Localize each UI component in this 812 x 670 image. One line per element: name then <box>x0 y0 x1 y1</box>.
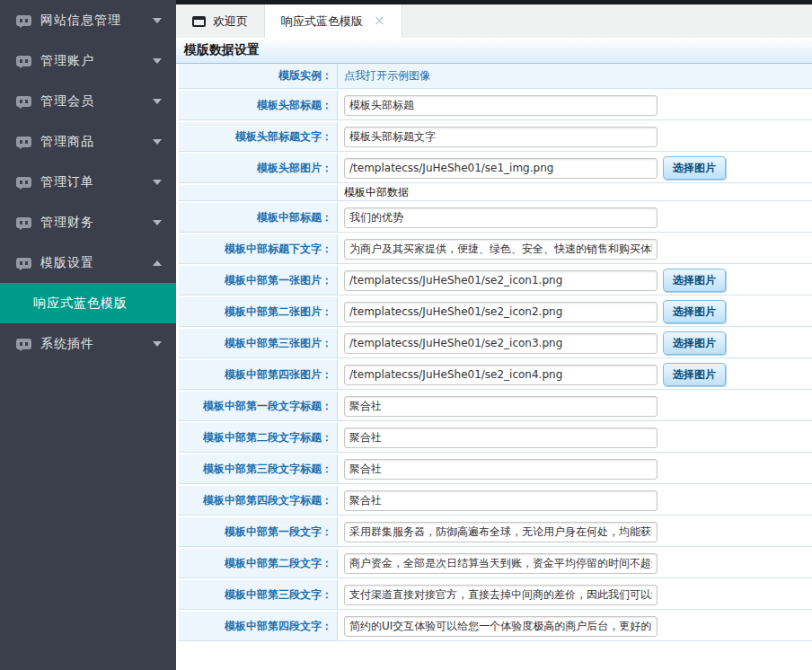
monitor-icon <box>16 15 31 26</box>
template-settings-form: 模版实例： 点我打开示例图像 模板头部标题： 模板头部标题文字： 模板头部图片：… <box>179 64 812 641</box>
form-row-middle-image-2: 模板中部第二张图片： 选择图片 <box>179 297 812 327</box>
chevron-down-icon <box>153 341 162 347</box>
chevron-up-icon <box>153 260 162 266</box>
window-icon <box>192 16 206 27</box>
monitor-icon <box>16 177 31 188</box>
form-row-middle-image-3: 模板中部第三张图片： 选择图片 <box>179 329 812 358</box>
field-label: 模板中部第三张图片： <box>179 329 338 357</box>
field-label: 模板中部第四段文字标题： <box>179 486 338 515</box>
sidebar-item-label: 管理财务 <box>40 215 94 231</box>
form-row-header-title-text: 模板头部标题文字： <box>179 122 812 152</box>
monitor-icon <box>16 217 31 228</box>
form-row-middle-text-1: 模板中部第一段文字： <box>179 517 812 547</box>
sidebar-item-template-settings[interactable]: 模版设置 <box>0 242 176 283</box>
field-label: 模板中部标题： <box>179 203 338 232</box>
open-example-image-link[interactable]: 点我打开示例图像 <box>344 68 430 84</box>
middle-text-title-2-input[interactable] <box>344 428 658 448</box>
form-row-header-image: 模板头部图片： 选择图片 <box>179 154 812 183</box>
form-row-middle-title: 模板中部标题： <box>179 203 812 233</box>
middle-text-4-input[interactable] <box>344 616 658 637</box>
field-label: 模板中部第三段文字： <box>179 580 338 609</box>
field-label: 模板中部标题下文字： <box>179 234 338 263</box>
close-icon[interactable]: × <box>374 14 385 28</box>
choose-image-button[interactable]: 选择图片 <box>663 300 726 323</box>
sidebar-item-finance[interactable]: 管理财务 <box>0 202 176 242</box>
field-label: 模板中部第四张图片： <box>179 360 338 389</box>
field-label: 模板中部第二段文字： <box>179 549 338 577</box>
panel-title: 模版数据设置 <box>184 42 260 58</box>
tab-blue-template[interactable]: 响应式蓝色模版 × <box>264 4 402 38</box>
middle-text-2-input[interactable] <box>344 553 658 574</box>
monitor-icon <box>16 56 31 66</box>
field-label: 模板头部标题： <box>179 91 338 119</box>
tab-bar: 欢迎页 响应式蓝色模版 × <box>176 4 812 38</box>
form-row-middle-text-title-4: 模板中部第四段文字标题： <box>179 486 812 516</box>
field-label: 模板头部图片： <box>179 154 338 182</box>
sidebar-item-label: 模版设置 <box>40 255 94 271</box>
sidebar-subitem-label: 响应式蓝色模版 <box>33 295 128 312</box>
middle-image-2-input[interactable] <box>344 302 658 322</box>
field-label: 模板中部第一张图片： <box>179 266 338 295</box>
choose-image-button[interactable]: 选择图片 <box>663 331 726 355</box>
form-row-middle-text-title-3: 模板中部第三段文字标题： <box>179 454 812 484</box>
panel-title-bar: 模版数据设置 <box>176 38 812 64</box>
middle-subtitle-text-input[interactable] <box>344 239 658 260</box>
middle-text-1-input[interactable] <box>344 522 658 542</box>
field-label: 模板中部第一段文字： <box>179 517 338 546</box>
sidebar-subitem-blue-template-active[interactable]: 响应式蓝色模版 <box>0 283 176 323</box>
sidebar-item-label: 管理商品 <box>40 134 94 150</box>
middle-title-input[interactable] <box>344 207 658 228</box>
field-label: 模板中部第二张图片： <box>179 297 338 326</box>
form-row-middle-text-title-2: 模板中部第二段文字标题： <box>179 423 812 453</box>
choose-image-button[interactable]: 选择图片 <box>663 363 726 386</box>
choose-image-button[interactable]: 选择图片 <box>663 156 726 180</box>
middle-text-3-input[interactable] <box>344 585 658 605</box>
form-row-middle-text-4: 模板中部第四段文字： <box>179 612 812 641</box>
choose-image-button[interactable]: 选择图片 <box>663 269 726 292</box>
form-row-middle-text-title-1: 模板中部第一段文字标题： <box>179 392 812 421</box>
sidebar-item-plugins[interactable]: 系统插件 <box>0 323 176 364</box>
field-label: 模板中部第一段文字标题： <box>179 392 338 420</box>
sidebar-item-label: 系统插件 <box>40 336 94 352</box>
form-row-middle-image-4: 模板中部第四张图片： 选择图片 <box>179 360 812 390</box>
chevron-down-icon <box>153 58 162 64</box>
chevron-down-icon <box>153 18 162 23</box>
section-title: 模板中部数据 <box>344 185 409 200</box>
tab-label: 响应式蓝色模版 <box>281 13 363 30</box>
monitor-icon <box>16 96 31 107</box>
field-label: 模板中部第四段文字： <box>179 612 338 640</box>
chevron-down-icon <box>153 220 162 225</box>
middle-image-1-input[interactable] <box>344 270 658 291</box>
monitor-icon <box>16 339 31 349</box>
sidebar-item-accounts[interactable]: 管理账户 <box>0 40 176 81</box>
tab-label: 欢迎页 <box>213 13 248 30</box>
middle-image-3-input[interactable] <box>344 333 658 354</box>
middle-text-title-1-input[interactable] <box>344 396 658 417</box>
field-label: 模板中部第三段文字标题： <box>179 454 338 483</box>
middle-image-4-input[interactable] <box>344 365 658 385</box>
chevron-down-icon <box>153 180 162 185</box>
sidebar-item-label: 管理账户 <box>40 53 94 69</box>
sidebar-item-label: 网站信息管理 <box>40 13 121 29</box>
form-row-middle-text-3: 模板中部第三段文字： <box>179 580 812 610</box>
sidebar-item-products[interactable]: 管理商品 <box>0 121 176 162</box>
form-row-middle-subtitle-text: 模板中部标题下文字： <box>179 234 812 264</box>
middle-text-title-3-input[interactable] <box>344 459 658 480</box>
field-label: 模板头部标题文字： <box>179 122 338 151</box>
field-label: 模板中部第二段文字标题： <box>179 423 338 452</box>
form-row-template-instance: 模版实例： 点我打开示例图像 <box>179 64 812 89</box>
header-image-input[interactable] <box>344 158 658 179</box>
header-title-input[interactable] <box>344 95 658 116</box>
field-label: 模版实例： <box>179 64 338 88</box>
form-row-header-title: 模板头部标题： <box>179 91 812 120</box>
header-title-text-input[interactable] <box>344 127 658 147</box>
sidebar-item-site-info[interactable]: 网站信息管理 <box>0 0 176 40</box>
sidebar: 网站信息管理 管理账户 管理会员 管理商品 管理订单 管理财务 <box>0 0 176 670</box>
form-row-middle-section: 模板中部数据 <box>179 185 812 201</box>
middle-text-title-4-input[interactable] <box>344 490 658 511</box>
sidebar-item-members[interactable]: 管理会员 <box>0 81 176 121</box>
tab-welcome[interactable]: 欢迎页 <box>176 4 264 38</box>
sidebar-item-orders[interactable]: 管理订单 <box>0 162 176 202</box>
sidebar-item-label: 管理会员 <box>40 93 94 110</box>
monitor-icon <box>16 137 31 147</box>
